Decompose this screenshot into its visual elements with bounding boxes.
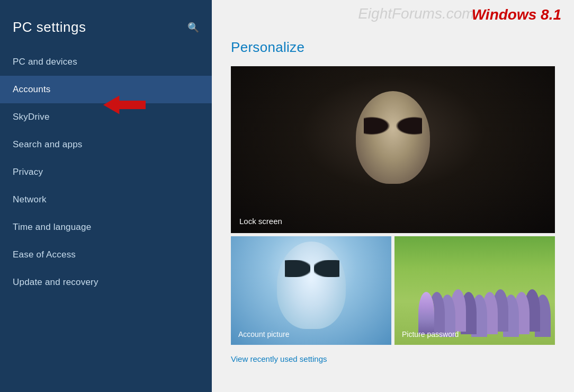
lock-screen-image[interactable]: Lock screen (231, 66, 555, 233)
sidebar-title: PC settings (13, 19, 86, 35)
sidebar-item-accounts[interactable]: Accounts (0, 76, 212, 103)
sidebar-item-network[interactable]: Network (0, 186, 212, 213)
sidebar-item-time-and-language[interactable]: Time and language (0, 213, 212, 241)
sidebar-item-pc-and-devices[interactable]: PC and devices (0, 48, 212, 76)
thumbnail-grid: Account picture Picture password (231, 236, 555, 345)
sidebar-item-update-and-recovery[interactable]: Update and recovery (0, 269, 212, 296)
sidebar-item-privacy[interactable]: Privacy (0, 158, 212, 186)
picture-password-image (394, 236, 555, 345)
picture-password-card[interactable]: Picture password (394, 236, 555, 345)
lock-screen-alien-image (231, 66, 555, 233)
sidebar-header: PC settings 🔍 (0, 11, 212, 48)
sidebar-item-search-and-apps[interactable]: Search and apps (0, 131, 212, 158)
picture-password-label: Picture password (402, 330, 459, 338)
section-title: Personalize (231, 39, 555, 56)
lock-screen-container: Lock screen (231, 66, 555, 233)
main-content: EightForums.com Windows 8.1 Personalize … (212, 0, 574, 392)
windows-badge: Windows 8.1 (472, 6, 561, 23)
sidebar-item-ease-of-access[interactable]: Ease of Access (0, 241, 212, 269)
watermark: EightForums.com (358, 5, 474, 22)
sidebar: PC settings 🔍 PC and devices Accounts Sk… (0, 0, 212, 392)
account-picture-image (231, 236, 391, 345)
account-picture-label: Account picture (238, 330, 290, 338)
view-recently-link[interactable]: View recently used settings (231, 354, 555, 363)
search-icon[interactable]: 🔍 (187, 22, 199, 33)
nav-menu: PC and devices Accounts SkyDrive Search … (0, 48, 212, 296)
lock-screen-label: Lock screen (239, 217, 282, 226)
account-picture-card[interactable]: Account picture (231, 236, 391, 345)
sidebar-item-skydrive[interactable]: SkyDrive (0, 103, 212, 131)
